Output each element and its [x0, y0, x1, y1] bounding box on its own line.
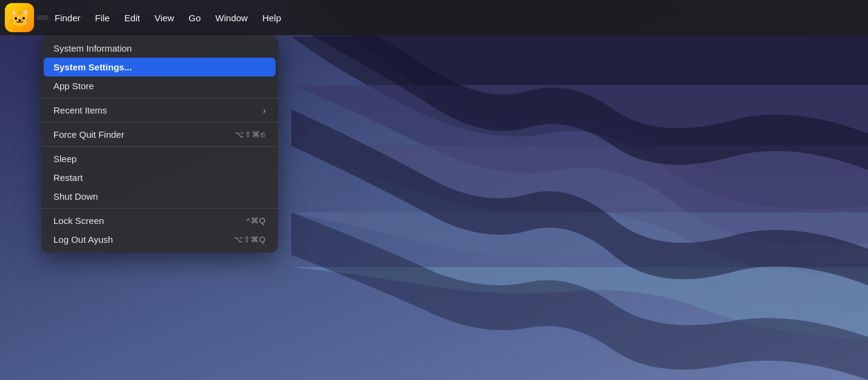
menu-item-force-quit[interactable]: Force Quit Finder ⌥⇧⌘⎋	[44, 125, 276, 144]
menubar-item-window[interactable]: Window	[209, 10, 254, 25]
menu-item-system-information[interactable]: System Information	[44, 39, 276, 58]
log-out-shortcut: ⌥⇧⌘Q	[234, 235, 266, 244]
chevron-right-icon: ›	[263, 106, 266, 115]
menubar-item-file[interactable]: File	[89, 10, 116, 25]
menu-item-sleep[interactable]: Sleep	[44, 149, 276, 168]
separator-4	[41, 208, 278, 209]
apple-menu-button[interactable]	[36, 15, 49, 20]
force-quit-shortcut: ⌥⇧⌘⎋	[235, 130, 266, 139]
menu-item-system-settings[interactable]: System Settings...	[44, 58, 276, 76]
menu-item-lock-screen[interactable]: Lock Screen ^⌘Q	[44, 211, 276, 230]
menubar: 🐱 Finder File Edit View Go Window Help	[0, 0, 868, 35]
menubar-item-edit[interactable]: Edit	[118, 10, 146, 25]
menubar-items: Finder File Edit View Go Window Help	[49, 10, 287, 25]
menu-item-app-store[interactable]: App Store	[44, 76, 276, 95]
separator-3	[41, 146, 278, 147]
apple-dropdown-menu: System Information System Settings... Ap…	[41, 35, 278, 253]
menu-item-log-out[interactable]: Log Out Ayush ⌥⇧⌘Q	[44, 230, 276, 249]
app-dock-icon[interactable]: 🐱	[5, 3, 34, 32]
menu-item-recent-items[interactable]: Recent Items ›	[44, 101, 276, 120]
menubar-item-view[interactable]: View	[149, 10, 180, 25]
separator-1	[41, 98, 278, 98]
separator-2	[41, 122, 278, 123]
menubar-item-finder[interactable]: Finder	[49, 10, 87, 25]
menu-item-shut-down[interactable]: Shut Down	[44, 187, 276, 206]
menubar-item-go[interactable]: Go	[183, 10, 207, 25]
menu-item-restart[interactable]: Restart	[44, 168, 276, 187]
lock-screen-shortcut: ^⌘Q	[246, 216, 266, 225]
menubar-item-help[interactable]: Help	[256, 10, 287, 25]
